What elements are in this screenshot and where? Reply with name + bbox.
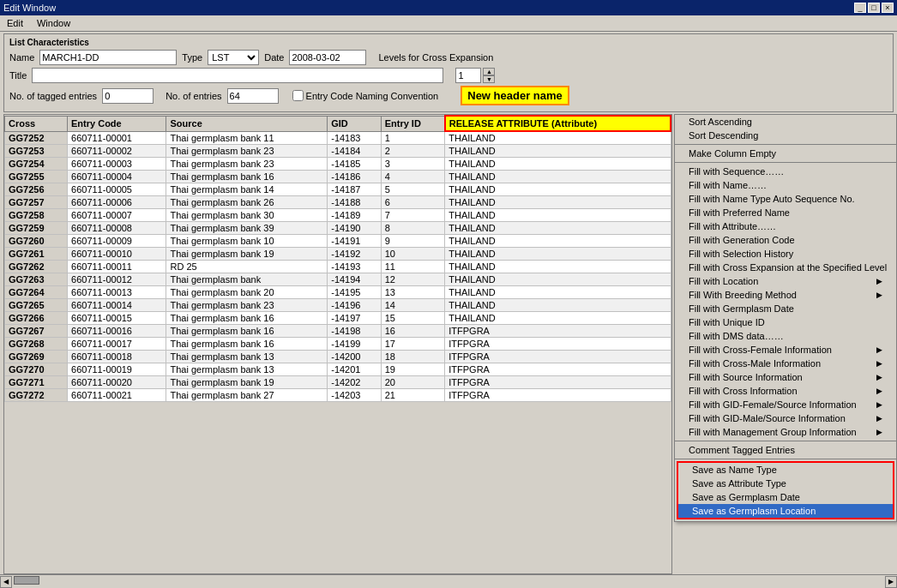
close-button[interactable]: ×: [882, 3, 894, 13]
table-row[interactable]: GG7265660711-00014Thai germplasm bank 23…: [5, 299, 671, 312]
table-cell: GG7259: [5, 222, 68, 235]
name-input[interactable]: [39, 50, 177, 65]
table-row[interactable]: GG7264660711-00013Thai germplasm bank 20…: [5, 286, 671, 299]
ctx-mgmt-arrow: ▶: [876, 428, 882, 436]
ctx-fill-dms-data[interactable]: Fill with DMS data……: [675, 329, 896, 343]
ctx-fill-generation-code[interactable]: Fill with Generation Code: [675, 233, 896, 247]
table-row[interactable]: GG7268660711-00017Thai germplasm bank 16…: [5, 338, 671, 351]
ctx-comment-tagged[interactable]: Comment Tagged Entries: [675, 443, 896, 457]
ctx-sep-2: [675, 162, 896, 163]
table-cell: THAILAND: [445, 312, 671, 325]
table-row[interactable]: GG7266660711-00015Thai germplasm bank 16…: [5, 312, 671, 325]
table-row[interactable]: GG7272660711-00021Thai germplasm bank 27…: [5, 389, 671, 402]
col-header-source[interactable]: Source: [166, 116, 328, 131]
entries-input[interactable]: [227, 88, 279, 104]
scroll-right-button[interactable]: ▶: [885, 576, 897, 588]
col-header-release-attr[interactable]: RELEASE ATTRIBUTE (Attribute): [445, 116, 671, 131]
table-row[interactable]: GG7256660711-00005Thai germplasm bank 14…: [5, 183, 671, 196]
table-cell: THAILAND: [445, 248, 671, 261]
ctx-save-germplasm-location[interactable]: Save as Germplasm Location: [678, 504, 893, 518]
scroll-left-button[interactable]: ◀: [0, 576, 12, 588]
ctx-fill-management[interactable]: Fill with Management Group Information▶: [675, 425, 896, 439]
ctx-fill-cross-expansion[interactable]: Fill with Cross Expansion at the Specifi…: [675, 261, 896, 274]
table-row[interactable]: GG7252660711-00001Thai germplasm bank 11…: [5, 131, 671, 145]
table-cell: 660711-00003: [68, 158, 166, 171]
ctx-fill-gid-female[interactable]: Fill with GID-Female/Source Information▶: [675, 398, 896, 411]
tagged-input[interactable]: [102, 88, 154, 104]
table-cell: 660711-00015: [68, 312, 166, 325]
bottom-scrollbar[interactable]: ◀ ▶: [0, 574, 897, 588]
type-select[interactable]: LST ADV GEN: [208, 50, 259, 65]
col-header-entry-id[interactable]: Entry ID: [381, 116, 445, 131]
table-cell: 660711-00016: [68, 325, 166, 338]
ctx-fill-preferred-name[interactable]: Fill with Preferred Name: [675, 206, 896, 219]
scrollbar-track[interactable]: [12, 576, 885, 588]
ctx-fill-cross-info[interactable]: Fill with Cross Information▶: [675, 384, 896, 398]
table-row[interactable]: GG7263660711-00012Thai germplasm bank-14…: [5, 273, 671, 286]
ctx-save-attribute-type[interactable]: Save as Attribute Type: [678, 477, 893, 490]
ctx-fill-sequence[interactable]: Fill with Sequence……: [675, 165, 896, 178]
table-row[interactable]: GG7267660711-00016Thai germplasm bank 16…: [5, 325, 671, 338]
minimize-button[interactable]: _: [854, 3, 866, 13]
table-cell: -14194: [328, 273, 381, 286]
table-cell: 660711-00002: [68, 145, 166, 158]
table-row[interactable]: GG7269660711-00018Thai germplasm bank 13…: [5, 351, 671, 363]
ctx-fill-attribute[interactable]: Fill with Attribute……: [675, 219, 896, 233]
table-row[interactable]: GG7257660711-00006Thai germplasm bank 26…: [5, 196, 671, 209]
table-row[interactable]: GG7271660711-00020Thai germplasm bank 19…: [5, 376, 671, 389]
col-header-cross[interactable]: Cross: [5, 116, 68, 131]
ctx-fill-breeding-method[interactable]: Fill With Breeding Method▶: [675, 288, 896, 302]
table-row[interactable]: GG7255660711-00004Thai germplasm bank 16…: [5, 171, 671, 183]
form-row-3: No. of tagged entries No. of entries Ent…: [9, 86, 888, 105]
table-cell: Thai germplasm bank 26: [166, 196, 328, 209]
table-cell: THAILAND: [445, 299, 671, 312]
ctx-sort-ascending[interactable]: Sort Ascending: [675, 115, 896, 129]
table-row[interactable]: GG7254660711-00003Thai germplasm bank 23…: [5, 158, 671, 171]
ctx-fill-gid-male[interactable]: Fill with GID-Male/Source Information▶: [675, 411, 896, 425]
ctx-fill-selection-history[interactable]: Fill with Selection History: [675, 247, 896, 261]
table-cell: THAILAND: [445, 131, 671, 145]
table-row[interactable]: GG7258660711-00007Thai germplasm bank 30…: [5, 209, 671, 222]
table-row[interactable]: GG7261660711-00010Thai germplasm bank 19…: [5, 248, 671, 261]
spinner-up-button[interactable]: ▲: [483, 68, 495, 75]
ctx-sort-descending[interactable]: Sort Descending: [675, 129, 896, 142]
table-cell: -14187: [328, 183, 381, 196]
ctx-save-name-type[interactable]: Save as Name Type: [678, 463, 893, 477]
ctx-fill-unique-id[interactable]: Fill with Unique ID: [675, 315, 896, 329]
title-input[interactable]: [32, 68, 443, 83]
levels-input[interactable]: [455, 68, 481, 83]
ctx-make-empty[interactable]: Make Column Empty: [675, 147, 896, 160]
naming-convention-checkbox[interactable]: [292, 90, 304, 101]
ctx-fill-name[interactable]: Fill with Name……: [675, 178, 896, 192]
ctx-fill-location[interactable]: Fill with Location▶: [675, 274, 896, 288]
menu-edit[interactable]: Edit: [3, 17, 27, 29]
table-cell: 1: [381, 131, 445, 145]
table-cell: GG7264: [5, 286, 68, 299]
ctx-fill-cross-female[interactable]: Fill with Cross-Female Information▶: [675, 343, 896, 357]
table-cell: 14: [381, 299, 445, 312]
col-header-entry-code[interactable]: Entry Code: [68, 116, 166, 131]
table-row[interactable]: GG7253660711-00002Thai germplasm bank 23…: [5, 145, 671, 158]
spinner-down-button[interactable]: ▼: [483, 75, 495, 83]
table-container[interactable]: Cross Entry Code Source GID Entry ID REL…: [3, 114, 672, 574]
table-cell: GG7255: [5, 171, 68, 183]
ctx-save-section: Save as Name Type Save as Attribute Type…: [677, 461, 894, 519]
maximize-button[interactable]: □: [868, 3, 880, 13]
col-header-gid[interactable]: GID: [328, 116, 381, 131]
ctx-source-arrow: ▶: [876, 373, 882, 381]
menu-window[interactable]: Window: [33, 17, 74, 29]
table-row[interactable]: GG7270660711-00019Thai germplasm bank 13…: [5, 363, 671, 376]
date-input[interactable]: [289, 50, 366, 65]
table-cell: 16: [381, 325, 445, 338]
ctx-fill-germplasm-date[interactable]: Fill with Germplasm Date: [675, 302, 896, 315]
scrollbar-thumb[interactable]: [14, 576, 39, 585]
ctx-save-germplasm-date[interactable]: Save as Germplasm Date: [678, 490, 893, 504]
table-row[interactable]: GG7262660711-00011RD 25-1419311THAILAND: [5, 261, 671, 273]
ctx-fill-name-type[interactable]: Fill with Name Type Auto Sequence No.: [675, 192, 896, 206]
table-row[interactable]: GG7260660711-00009Thai germplasm bank 10…: [5, 235, 671, 248]
ctx-fill-cross-male[interactable]: Fill with Cross-Male Information▶: [675, 357, 896, 370]
ctx-fill-source-info[interactable]: Fill with Source Information▶: [675, 370, 896, 384]
table-cell: 660711-00021: [68, 389, 166, 402]
table-cell: -14185: [328, 158, 381, 171]
table-row[interactable]: GG7259660711-00008Thai germplasm bank 39…: [5, 222, 671, 235]
